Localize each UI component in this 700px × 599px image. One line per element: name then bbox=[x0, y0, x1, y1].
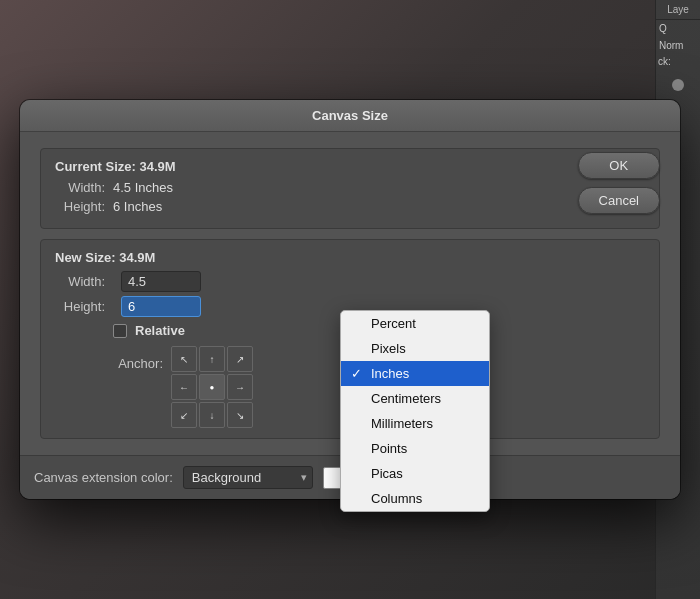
current-height-row: Height: 6 Inches bbox=[55, 199, 645, 214]
anchor-label: Anchor: bbox=[113, 346, 163, 371]
dialog-body: OK Cancel Current Size: 34.9M Width: 4.5… bbox=[20, 132, 680, 455]
new-size-title: New Size: 34.9M bbox=[55, 250, 645, 265]
ps-eye-icon bbox=[672, 75, 684, 97]
ok-button[interactable]: OK bbox=[578, 152, 660, 179]
canvas-extension-dropdown-wrapper: Background Foreground White Black Gray O… bbox=[183, 466, 313, 489]
current-height-label: Height: bbox=[55, 199, 105, 214]
unit-option-millimeters[interactable]: Millimeters bbox=[341, 411, 489, 436]
unit-option-centimeters[interactable]: Centimeters bbox=[341, 386, 489, 411]
unit-dropdown-popup: Percent Pixels ✓ Inches Centimeters Mill… bbox=[340, 310, 490, 512]
unit-option-inches[interactable]: ✓ Inches bbox=[341, 361, 489, 386]
anchor-bottom-center[interactable]: ↓ bbox=[199, 402, 225, 428]
new-height-label: Height: bbox=[55, 299, 105, 314]
unit-option-picas[interactable]: Picas bbox=[341, 461, 489, 486]
relative-label: Relative bbox=[135, 323, 185, 338]
unit-option-points[interactable]: Points bbox=[341, 436, 489, 461]
current-size-title: Current Size: 34.9M bbox=[55, 159, 645, 174]
relative-checkbox[interactable] bbox=[113, 324, 127, 338]
current-size-section: Current Size: 34.9M Width: 4.5 Inches He… bbox=[40, 148, 660, 229]
unit-option-columns[interactable]: Columns bbox=[341, 486, 489, 511]
unit-option-pixels[interactable]: Pixels bbox=[341, 336, 489, 361]
unit-checkmark: ✓ bbox=[351, 366, 362, 381]
height-input[interactable] bbox=[121, 296, 201, 317]
ps-lock-label: ck: bbox=[656, 54, 700, 69]
current-width-value: 4.5 Inches bbox=[113, 180, 173, 195]
current-width-label: Width: bbox=[55, 180, 105, 195]
ps-panel-tab-layers: Laye bbox=[656, 0, 700, 20]
anchor-middle-left[interactable]: ← bbox=[171, 374, 197, 400]
canvas-extension-label: Canvas extension color: bbox=[34, 470, 173, 485]
current-width-row: Width: 4.5 Inches bbox=[55, 180, 645, 195]
anchor-top-left[interactable]: ↖ bbox=[171, 346, 197, 372]
anchor-grid: ↖ ↑ ↗ ← ● → ↙ ↓ ↘ bbox=[171, 346, 253, 428]
anchor-top-right[interactable]: ↗ bbox=[227, 346, 253, 372]
dialog-title-text: Canvas Size bbox=[312, 108, 388, 123]
current-height-value: 6 Inches bbox=[113, 199, 162, 214]
canvas-extension-dropdown[interactable]: Background Foreground White Black Gray O… bbox=[183, 466, 313, 489]
anchor-middle-right[interactable]: → bbox=[227, 374, 253, 400]
anchor-top-center[interactable]: ↑ bbox=[199, 346, 225, 372]
dialog-title: Canvas Size bbox=[20, 100, 680, 132]
cancel-button[interactable]: Cancel bbox=[578, 187, 660, 214]
dialog-buttons: OK Cancel bbox=[578, 152, 660, 214]
anchor-bottom-right[interactable]: ↘ bbox=[227, 402, 253, 428]
width-input[interactable]: 4.5 bbox=[121, 271, 201, 292]
new-width-label: Width: bbox=[55, 274, 105, 289]
ps-norm-label: Norm bbox=[656, 37, 700, 54]
ps-search-icon: Q bbox=[656, 20, 700, 37]
unit-option-percent[interactable]: Percent bbox=[341, 311, 489, 336]
anchor-bottom-left[interactable]: ↙ bbox=[171, 402, 197, 428]
canvas-size-dialog: Canvas Size OK Cancel Current Size: 34.9… bbox=[20, 100, 680, 499]
anchor-middle-center[interactable]: ● bbox=[199, 374, 225, 400]
new-width-row: Width: 4.5 bbox=[55, 271, 645, 292]
